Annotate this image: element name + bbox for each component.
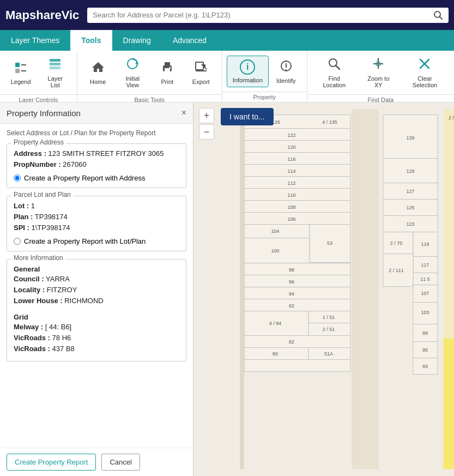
- lower-house-row: Lower House : RICHMOND: [14, 297, 179, 305]
- address-radio[interactable]: [14, 174, 21, 182]
- svg-text:93: 93: [422, 364, 428, 369]
- lot-radio-label[interactable]: Create a Property Report with Lot/Plan: [24, 237, 146, 245]
- svg-text:139: 139: [406, 135, 414, 141]
- legend-label: Legend: [11, 79, 31, 85]
- search-input[interactable]: [93, 11, 429, 19]
- lot-radio-row: Create a Property Report with Lot/Plan: [14, 237, 179, 245]
- initial-view-button[interactable]: Initial View: [116, 53, 150, 92]
- svg-text:123: 123: [406, 221, 414, 227]
- tab-layer-themes[interactable]: Layer Themes: [0, 30, 70, 51]
- parcel-lot-plan-group: Parcel Lot and Plan Lot : 1 Plan : TP398…: [7, 196, 186, 251]
- svg-text:116: 116: [287, 156, 295, 162]
- layer-list-button[interactable]: Layer List: [38, 53, 72, 92]
- svg-rect-50: [244, 201, 350, 213]
- layer-controls-buttons: Legend Layer List: [0, 51, 77, 94]
- print-label: Print: [161, 79, 173, 85]
- svg-rect-80: [244, 360, 350, 372]
- svg-rect-60: [244, 263, 350, 275]
- cancel-button[interactable]: Cancel: [101, 454, 140, 471]
- vicroads2-row: VicRoads : 437 B8: [14, 345, 179, 353]
- zoom-in-button[interactable]: +: [199, 108, 214, 123]
- lot-radio[interactable]: [14, 238, 21, 245]
- zoom-to-xy-button[interactable]: Zoom to XY: [358, 53, 399, 92]
- grid-category: Grid: [14, 313, 179, 321]
- more-information-group: More Information General Council : YARRA…: [7, 259, 186, 361]
- toolbar-group-layer-controls: Legend Layer List Layer Controls: [0, 51, 77, 102]
- clear-selection-label: Clear Selection: [405, 75, 444, 88]
- tab-tools[interactable]: Tools: [70, 30, 112, 51]
- clear-selection-button[interactable]: Clear Selection: [400, 53, 450, 92]
- svg-marker-9: [92, 62, 104, 72]
- svg-rect-46: [244, 177, 350, 189]
- zoom-out-button[interactable]: −: [199, 124, 214, 140]
- property-buttons: i Information Identify: [222, 51, 307, 92]
- find-location-label: Find Location: [317, 75, 352, 88]
- export-button[interactable]: Export: [185, 57, 217, 88]
- svg-rect-66: [244, 299, 350, 311]
- legend-button[interactable]: Legend: [4, 57, 37, 88]
- locality-label: Locality :: [14, 286, 45, 294]
- toolbar-group-basic-tools: Home Initial View: [77, 51, 222, 102]
- council-value: YARRA: [46, 275, 70, 283]
- svg-text:2 /: 2 /: [449, 115, 454, 120]
- council-label: Council :: [14, 275, 44, 283]
- svg-text:100: 100: [271, 248, 279, 254]
- propnumber-label: PropNumber :: [14, 160, 61, 168]
- property-address-legend: Property Address: [11, 138, 66, 146]
- svg-rect-7: [50, 63, 60, 65]
- home-label: Home: [90, 79, 106, 85]
- plan-row: Plan : TP398174: [14, 213, 179, 221]
- address-radio-row: Create a Property Report with Address: [14, 174, 179, 182]
- tab-drawing[interactable]: Drawing: [112, 30, 162, 51]
- svg-rect-64: [244, 287, 350, 299]
- propnumber-row: PropNumber : 267060: [14, 160, 179, 168]
- tab-advanced[interactable]: Advanced: [162, 30, 217, 51]
- svg-rect-2: [15, 63, 20, 67]
- svg-rect-52: [244, 213, 350, 225]
- svg-rect-14: [165, 68, 170, 72]
- svg-text:53: 53: [327, 240, 332, 246]
- basic-tools-buttons: Home Initial View: [77, 51, 222, 94]
- council-row: Council : YARRA: [14, 275, 179, 283]
- panel-subtitle: Select Address or Lot / Plan for the Pro…: [7, 129, 186, 137]
- i-want-to-button[interactable]: I want to...: [221, 108, 274, 125]
- svg-rect-74: [244, 336, 350, 348]
- panel-body: Select Address or Lot / Plan for the Pro…: [0, 124, 193, 448]
- panel-close-button[interactable]: ×: [181, 108, 186, 118]
- spi-label: SPI :: [14, 224, 29, 232]
- find-data-buttons: Find Location Zoom to XY: [307, 51, 454, 94]
- property-group-label: Property: [222, 92, 307, 102]
- svg-text:120: 120: [287, 144, 295, 150]
- svg-text:125: 125: [406, 205, 414, 210]
- svg-point-27: [378, 58, 379, 60]
- export-icon: [194, 60, 208, 76]
- svg-text:82: 82: [289, 339, 294, 345]
- toolbar-group-property: i Information Identify Property: [222, 51, 307, 102]
- svg-text:127: 127: [406, 189, 414, 194]
- print-button[interactable]: Print: [151, 57, 184, 88]
- svg-text:4 / 135: 4 / 135: [322, 119, 337, 125]
- svg-text:92: 92: [289, 303, 294, 309]
- search-button[interactable]: [433, 10, 443, 20]
- identify-label: Identify: [276, 77, 295, 84]
- identify-button[interactable]: Identify: [270, 56, 302, 87]
- toolbar-group-find-data: Find Location Zoom to XY: [307, 51, 454, 102]
- vicroads2-value: 437 B8: [52, 345, 75, 353]
- svg-text:2 / 111: 2 / 111: [389, 268, 404, 273]
- create-property-report-button[interactable]: Create Property Report: [7, 454, 96, 471]
- more-info-legend: More Information: [11, 254, 65, 262]
- clear-selection-icon: [417, 57, 432, 73]
- toolbar: Legend Layer List Layer Controls: [0, 51, 454, 103]
- information-button[interactable]: i Information: [227, 56, 269, 87]
- print-icon: [160, 60, 174, 76]
- svg-rect-4: [15, 69, 20, 73]
- address-radio-label[interactable]: Create a Property Report with Address: [24, 174, 146, 182]
- find-location-button[interactable]: Find Location: [312, 53, 357, 92]
- propnumber-value: 267060: [63, 160, 86, 168]
- vicroads-row: VicRoads : 78 H6: [14, 334, 179, 342]
- home-button[interactable]: Home: [82, 57, 114, 88]
- svg-text:119: 119: [421, 242, 429, 247]
- svg-text:129: 129: [406, 168, 414, 174]
- map-area[interactable]: + − I want to... 3 / 126 4 / 135 2 / 122: [193, 103, 454, 476]
- svg-text:4 / 84: 4 / 84: [269, 321, 282, 326]
